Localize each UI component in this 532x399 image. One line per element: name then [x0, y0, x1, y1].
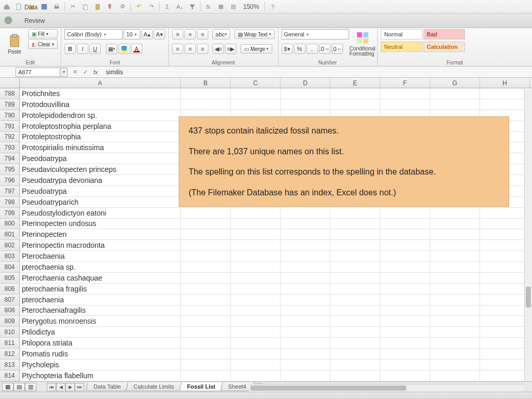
- cell[interactable]: [430, 284, 480, 295]
- row-header[interactable]: 812: [0, 349, 20, 360]
- row-header[interactable]: 814: [0, 370, 20, 381]
- cell[interactable]: [281, 305, 330, 316]
- cell[interactable]: [480, 251, 530, 262]
- cell[interactable]: [480, 240, 530, 251]
- increase-decimal-button[interactable]: .0→: [319, 44, 330, 54]
- column-header-E[interactable]: E: [330, 78, 380, 88]
- cell[interactable]: [281, 316, 330, 327]
- cell[interactable]: [231, 360, 281, 370]
- cell[interactable]: [430, 251, 480, 262]
- cell[interactable]: Ptychopteria flabellum: [20, 370, 181, 381]
- row-header[interactable]: 800: [0, 219, 20, 230]
- cell[interactable]: Pterochaeniafragilis: [20, 305, 181, 316]
- spreadsheet-grid[interactable]: 788Protichnites789Protodouvillina790Prot…: [0, 88, 532, 381]
- row-header[interactable]: 788: [0, 88, 20, 99]
- decrease-indent-button[interactable]: ◀≡: [212, 44, 224, 54]
- chart-icon[interactable]: ▥: [229, 2, 238, 11]
- last-sheet-button[interactable]: ⏭: [75, 383, 84, 391]
- merge-button[interactable]: ▭ Merge▾: [241, 44, 272, 54]
- conditional-formatting-button[interactable]: ConditionalFormatting: [351, 29, 374, 58]
- grow-font-button[interactable]: A▴: [141, 29, 153, 39]
- cell[interactable]: [330, 240, 380, 251]
- cell[interactable]: Pseudoatrypa devoniana: [20, 175, 181, 186]
- clear-button[interactable]: ◧Clear▾: [28, 39, 58, 49]
- cut-icon[interactable]: ✂: [68, 2, 77, 11]
- first-sheet-button[interactable]: ⏮: [47, 383, 56, 391]
- help-icon[interactable]: ?: [268, 2, 277, 11]
- page-layout-view-button[interactable]: ▤: [14, 383, 25, 391]
- cell[interactable]: [480, 229, 530, 240]
- number-format-combo[interactable]: General▾: [282, 29, 349, 39]
- cell[interactable]: [430, 327, 480, 338]
- cell[interactable]: [430, 262, 480, 273]
- cell[interactable]: [181, 262, 231, 273]
- cell[interactable]: [330, 219, 380, 230]
- prev-sheet-button[interactable]: ◀: [56, 383, 65, 391]
- align-center-button[interactable]: ≡: [184, 44, 196, 54]
- cell[interactable]: [181, 327, 231, 338]
- cell[interactable]: pterochaenia: [20, 295, 181, 305]
- cell[interactable]: Pseudostylodictyon eatoni: [20, 208, 181, 219]
- cell[interactable]: [380, 316, 430, 327]
- cell[interactable]: Pterochaenia cashaquae: [20, 273, 181, 284]
- row-header[interactable]: 791: [0, 121, 20, 132]
- cell[interactable]: [281, 370, 330, 381]
- cell[interactable]: [181, 99, 231, 110]
- cell[interactable]: Protolepidodendron sp.: [20, 110, 181, 121]
- row-header[interactable]: 799: [0, 208, 20, 219]
- cell[interactable]: [330, 284, 380, 295]
- row-header[interactable]: 801: [0, 229, 20, 240]
- column-header-F[interactable]: F: [380, 78, 430, 88]
- shrink-font-button[interactable]: A▾: [154, 29, 165, 39]
- column-header-G[interactable]: G: [430, 78, 480, 88]
- cell[interactable]: [281, 295, 330, 305]
- cell[interactable]: [430, 295, 480, 305]
- italic-button[interactable]: I: [77, 44, 88, 54]
- cell[interactable]: [430, 219, 480, 230]
- cell[interactable]: [181, 219, 231, 230]
- cell[interactable]: [281, 360, 330, 370]
- row-header[interactable]: 807: [0, 295, 20, 305]
- cell[interactable]: [181, 370, 231, 381]
- row-header[interactable]: 811: [0, 338, 20, 349]
- percent-button[interactable]: %: [294, 44, 305, 54]
- cell[interactable]: [181, 284, 231, 295]
- cell[interactable]: [380, 370, 430, 381]
- row-header[interactable]: 789: [0, 99, 20, 110]
- row-header[interactable]: 798: [0, 197, 20, 208]
- cell[interactable]: [281, 88, 330, 99]
- comma-button[interactable]: ,: [307, 44, 318, 54]
- show-formulas-icon[interactable]: ▦: [216, 2, 225, 11]
- cell[interactable]: Ptilodictya: [20, 327, 181, 338]
- cell[interactable]: [380, 251, 430, 262]
- cell[interactable]: [231, 349, 281, 360]
- row-header[interactable]: 806: [0, 284, 20, 295]
- tool-icon[interactable]: ⚙: [118, 2, 127, 11]
- cell[interactable]: Pterinopectin macrodonta: [20, 240, 181, 251]
- cell[interactable]: [231, 273, 281, 284]
- cell[interactable]: [430, 240, 480, 251]
- cell[interactable]: [480, 284, 530, 295]
- font-name-combo[interactable]: Calibri (Body)▾: [64, 29, 123, 39]
- row-header[interactable]: 810: [0, 327, 20, 338]
- cell[interactable]: [430, 229, 480, 240]
- cell[interactable]: [430, 370, 480, 381]
- cell[interactable]: [281, 262, 330, 273]
- cell[interactable]: Protoleptostrophia: [20, 132, 181, 143]
- row-header[interactable]: 796: [0, 175, 20, 186]
- cell[interactable]: [231, 327, 281, 338]
- cell[interactable]: pterochaenia fragilis: [20, 284, 181, 295]
- cell[interactable]: [231, 240, 281, 251]
- row-header[interactable]: 802: [0, 240, 20, 251]
- cell[interactable]: [480, 327, 530, 338]
- cell[interactable]: [231, 284, 281, 295]
- cell[interactable]: [480, 99, 530, 110]
- redo-icon[interactable]: ↷: [147, 2, 156, 11]
- cell[interactable]: [281, 208, 330, 219]
- name-box-dropdown[interactable]: ▾: [60, 68, 68, 77]
- row-header[interactable]: 793: [0, 142, 20, 153]
- paste-icon[interactable]: [93, 2, 102, 11]
- font-color-button[interactable]: A: [131, 44, 142, 54]
- cell[interactable]: [181, 349, 231, 360]
- cell[interactable]: [380, 295, 430, 305]
